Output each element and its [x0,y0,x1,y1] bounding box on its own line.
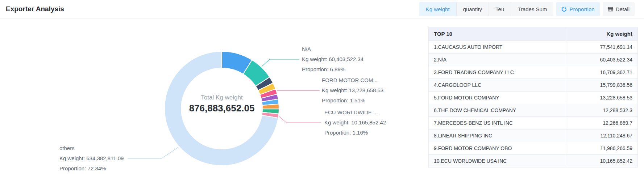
detail-label: Detail [616,6,630,12]
callout-proportion: Proportion: 72.34% [59,163,124,174]
table-row: 7.MERCEDES-BENZ US INTL INC12,266,869.7 [429,117,638,129]
exporter-name-cell: 7.MERCEDES-BENZ US INTL INC [429,117,566,129]
kg-weight-cell: 77,541,691.14 [566,41,638,54]
donut-center-text: Total Kg weight 876,883,652.05 [164,94,280,114]
kg-weight-cell: 10,165,852.42 [566,155,638,167]
total-label: Total Kg weight [164,94,280,101]
exporter-name-cell: 5.FORD MOTOR COMPANY [429,92,566,104]
callout-kg-weight: Kg weight: 634,382,811.09 [59,153,124,163]
tab-teu[interactable]: Teu [489,2,511,16]
total-value: 876,883,652.05 [164,103,280,114]
kg-weight-cell: 12,266,869.7 [566,117,638,129]
table-header-row: TOP 10 Kg weight [429,27,638,41]
callout-proportion: Proportion: 6.89% [302,64,363,75]
exporter-name-cell: 2.N/A [429,54,566,66]
exporter-name-cell: 8.LINEAR SHIPPING INC [429,129,566,142]
exporter-name-cell: 6.THE DOW CHEMICAL COMPANY [429,104,566,117]
callout-kg-weight: Kg weight: 60,403,522.34 [302,54,363,64]
metric-tab-group: Kg weight quantity Teu Trades Sum [419,2,554,16]
callout-proportion: Proportion: 1.16% [324,128,386,138]
header-controls: Kg weight quantity Teu Trades Sum Propor… [419,2,635,16]
callout-line [262,59,299,67]
top10-table: TOP 10 Kg weight 1.CAUCASUS AUTO IMPORT7… [428,27,638,167]
page-title: Exporter Analysis [6,5,64,13]
table-row: 6.THE DOW CHEMICAL COMPANY12,288,532.3 [429,104,638,117]
kg-weight-cell: 12,288,532.3 [566,104,638,117]
kg-weight-cell: 11,986,266.59 [566,142,638,155]
kg-weight-cell: 16,709,362.71 [566,66,638,79]
table-row: 5.FORD MOTOR COMPANY13,228,658.53 [429,92,638,104]
pie-chart-icon [561,7,567,12]
table-row: 4.CARGOLOOP LLC15,799,836.56 [429,79,638,92]
table-row: 3.FORD TRADING COMPANY LLC16,709,362.71 [429,66,638,79]
exporter-name-cell: 9.FORD MOTOR COMPANY OBO [429,142,566,155]
callout-line [279,116,321,123]
proportion-label: Proportion [569,6,594,12]
table-icon [608,7,613,12]
table-row: 10.ECU WORLDWIDE USA INC10,165,852.42 [429,155,638,167]
callout-ecu-worldwide: ECU WORLDWIDE ... Kg weight: 10,165,852.… [324,107,386,138]
column-header-kg-weight: Kg weight [566,27,638,41]
header: Exporter Analysis Kg weight quantity Teu… [0,0,644,18]
callout-ford-motor: FORD MOTOR COM... Kg weight: 13,228,658.… [322,75,383,106]
callout-line [128,147,178,158]
callout-na: N/A Kg weight: 60,403,522.34 Proportion:… [302,44,363,75]
tab-kg-weight[interactable]: Kg weight [419,2,457,16]
callout-kg-weight: Kg weight: 10,165,852.42 [324,118,386,128]
table-row: 1.CAUCASUS AUTO IMPORT77,541,691.14 [429,41,638,54]
kg-weight-cell: 60,403,522.34 [566,54,638,66]
callout-others: others Kg weight: 634,382,811.09 Proport… [59,143,124,174]
table-row: 9.FORD MOTOR COMPANY OBO11,986,266.59 [429,142,638,155]
tab-trades-sum[interactable]: Trades Sum [511,2,553,16]
exporter-name-cell: 3.FORD TRADING COMPANY LLC [429,66,566,79]
exporter-analysis-page: { "header": { "title": "Exporter Analysi… [0,0,644,187]
kg-weight-cell: 12,110,248.67 [566,129,638,142]
column-header-top10: TOP 10 [429,27,566,41]
table-row: 8.LINEAR SHIPPING INC12,110,248.67 [429,129,638,142]
kg-weight-cell: 15,799,836.56 [566,79,638,92]
callout-title: ECU WORLDWIDE ... [324,107,386,118]
callout-kg-weight: Kg weight: 13,228,658.53 [322,85,383,95]
tab-quantity[interactable]: quantity [457,2,489,16]
callout-title: others [59,143,124,153]
table-row: 2.N/A60,403,522.34 [429,54,638,66]
callout-title: N/A [302,44,363,54]
exporter-name-cell: 10.ECU WORLDWIDE USA INC [429,155,566,167]
callout-proportion: Proportion: 1.51% [322,95,383,106]
callout-title: FORD MOTOR COM... [322,75,383,85]
kg-weight-cell: 13,228,658.53 [566,92,638,104]
detail-toggle-button[interactable]: Detail [603,2,635,16]
proportion-toggle-button[interactable]: Proportion [556,2,599,16]
exporter-name-cell: 1.CAUCASUS AUTO IMPORT [429,41,566,54]
exporter-name-cell: 4.CARGOLOOP LLC [429,79,566,92]
